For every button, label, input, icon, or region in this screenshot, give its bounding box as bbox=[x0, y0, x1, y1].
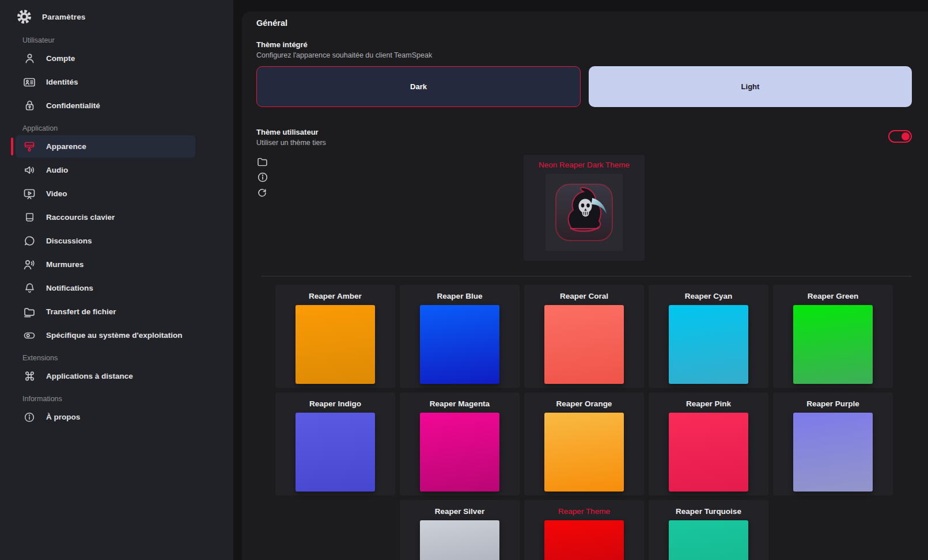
lock-icon bbox=[22, 98, 37, 113]
sidebar-section-label: Application bbox=[22, 124, 233, 132]
theme-actions bbox=[252, 156, 268, 199]
sidebar-item-label: Audio bbox=[46, 166, 68, 174]
sidebar-item-confidentialite[interactable]: Confidentialité bbox=[16, 94, 195, 117]
builtin-theme-subtitle: Configurez l'apparence souhaitée du clie… bbox=[256, 51, 912, 59]
light-theme-option[interactable]: Light bbox=[589, 66, 912, 107]
sidebar-item-raccourcis-clavier[interactable]: Raccourcis clavier bbox=[16, 206, 195, 228]
theme-card-reaper-theme[interactable]: Reaper Theme bbox=[524, 500, 644, 560]
theme-card-reaper-coral[interactable]: Reaper Coral bbox=[524, 285, 644, 388]
speaker-icon bbox=[22, 163, 37, 178]
theme-card-reaper-cyan[interactable]: Reaper Cyan bbox=[649, 285, 768, 388]
theme-swatch bbox=[420, 305, 499, 384]
theme-swatch bbox=[420, 520, 499, 560]
sidebar-item-audio[interactable]: Audio bbox=[16, 159, 195, 181]
sidebar-item-label: Apparence bbox=[46, 142, 86, 151]
appearance-panel: Général Thème intégré Configurez l'appar… bbox=[242, 12, 928, 560]
theme-name: Reaper Coral bbox=[560, 292, 608, 300]
sidebar-header: Paramètres bbox=[0, 0, 233, 29]
user-theme-toggle[interactable] bbox=[888, 130, 912, 143]
theme-name: Reaper Indigo bbox=[309, 399, 361, 408]
sidebar-item-murmures[interactable]: Murmures bbox=[16, 253, 195, 276]
info-circle-icon bbox=[22, 410, 37, 425]
theme-swatch bbox=[544, 413, 624, 492]
theme-swatch bbox=[669, 305, 748, 384]
theme-name: Reaper Green bbox=[808, 292, 859, 300]
user-theme-texts: Thème utilisateur Utiliser un thème tier… bbox=[256, 128, 326, 147]
sidebar-item-label: Compte bbox=[46, 54, 75, 63]
sidebar-item-label: Applications à distance bbox=[46, 372, 133, 380]
sidebar-item-identites[interactable]: Identités bbox=[16, 71, 195, 93]
active-theme-preview bbox=[546, 174, 623, 251]
sidebar-item-apparence[interactable]: Apparence bbox=[16, 135, 195, 158]
theme-name: Reaper Pink bbox=[686, 399, 731, 408]
theme-card-reaper-purple[interactable]: Reaper Purple bbox=[773, 393, 893, 496]
theme-name: Reaper Magenta bbox=[430, 399, 490, 408]
section-divider bbox=[261, 276, 912, 277]
sidebar-item-label: Notifications bbox=[46, 284, 93, 292]
user-theme-section: Thème utilisateur Utiliser un thème tier… bbox=[256, 128, 912, 147]
reaper-icon bbox=[554, 182, 614, 242]
sidebar-item-label: Raccourcis clavier bbox=[46, 213, 115, 222]
sidebar-item-label: Discussions bbox=[46, 237, 92, 245]
theme-swatch bbox=[544, 520, 624, 560]
refresh-action-button[interactable] bbox=[252, 187, 268, 199]
command-icon bbox=[22, 369, 37, 384]
theme-card-reaper-pink[interactable]: Reaper Pink bbox=[649, 393, 768, 496]
sidebar-item-specifique-au-systeme-dexploitation[interactable]: Spécifique au système d'exploitation bbox=[16, 324, 195, 346]
sidebar-item-notifications[interactable]: Notifications bbox=[16, 277, 195, 299]
gear-icon bbox=[16, 8, 33, 25]
folder-underline-icon bbox=[22, 304, 37, 319]
theme-swatch bbox=[793, 305, 873, 384]
sidebar-item-a-propos[interactable]: À propos bbox=[16, 406, 195, 428]
theme-swatch bbox=[296, 413, 375, 492]
theme-card-reaper-silver[interactable]: Reaper Silver bbox=[400, 500, 520, 560]
page-title: Général bbox=[256, 18, 912, 28]
builtin-theme-options: Dark Light bbox=[256, 66, 912, 107]
sidebar-item-label: À propos bbox=[46, 413, 80, 421]
settings-sidebar: Paramètres UtilisateurCompteIdentitésCon… bbox=[0, 0, 233, 560]
theme-card-reaper-indigo[interactable]: Reaper Indigo bbox=[275, 393, 395, 496]
theme-swatch bbox=[420, 413, 499, 492]
whisper-icon bbox=[22, 257, 37, 272]
toggle-knob bbox=[902, 132, 910, 140]
user-theme-title: Thème utilisateur bbox=[256, 128, 326, 136]
sidebar-nav: UtilisateurCompteIdentitésConfidentialit… bbox=[0, 36, 233, 428]
sidebar-item-label: Video bbox=[46, 189, 67, 198]
sidebar-item-video[interactable]: Video bbox=[16, 182, 195, 205]
theme-card-reaper-turquoise[interactable]: Reaper Turquoise bbox=[649, 500, 768, 560]
theme-card-reaper-orange[interactable]: Reaper Orange bbox=[524, 393, 644, 496]
info-circle-action-button[interactable] bbox=[252, 172, 268, 183]
theme-card-reaper-blue[interactable]: Reaper Blue bbox=[400, 285, 520, 388]
user-theme-subtitle: Utiliser un thème tiers bbox=[256, 139, 326, 147]
folder-action-button[interactable] bbox=[252, 156, 268, 167]
theme-card-reaper-amber[interactable]: Reaper Amber bbox=[275, 285, 395, 388]
theme-name: Reaper Purple bbox=[806, 399, 859, 408]
sidebar-section-label: Utilisateur bbox=[22, 36, 233, 44]
theme-card-reaper-green[interactable]: Reaper Green bbox=[773, 285, 893, 388]
theme-card-reaper-magenta[interactable]: Reaper Magenta bbox=[400, 393, 520, 496]
chat-bubble-icon bbox=[22, 234, 37, 249]
id-card-icon bbox=[22, 75, 37, 90]
refresh-icon bbox=[256, 187, 268, 199]
sidebar-item-compte[interactable]: Compte bbox=[16, 47, 195, 70]
theme-name: Reaper Turquoise bbox=[676, 507, 741, 516]
theme-swatch bbox=[296, 305, 375, 384]
sidebar-item-applications-a-distance[interactable]: Applications à distance bbox=[16, 365, 195, 387]
sidebar-item-label: Murmures bbox=[46, 260, 84, 269]
dark-theme-option[interactable]: Dark bbox=[256, 66, 581, 107]
theme-name: Reaper Cyan bbox=[685, 292, 733, 300]
theme-swatch bbox=[793, 413, 873, 492]
theme-name: Reaper Theme bbox=[558, 507, 610, 516]
sidebar-section-label: Extensions bbox=[22, 354, 233, 362]
sidebar-item-discussions[interactable]: Discussions bbox=[16, 230, 195, 252]
theme-name: Reaper Amber bbox=[309, 292, 362, 300]
info-circle-icon bbox=[256, 171, 269, 184]
builtin-theme-title: Thème intégré bbox=[256, 40, 912, 49]
theme-swatch bbox=[669, 413, 748, 492]
sidebar-item-transfert-de-fichier[interactable]: Transfert de fichier bbox=[16, 300, 195, 323]
settings-title: Paramètres bbox=[42, 13, 86, 21]
sidebar-item-label: Confidentialité bbox=[46, 101, 100, 110]
active-theme-card[interactable]: Neon Reaper Dark Theme bbox=[524, 155, 645, 261]
sidebar-section-label: Informations bbox=[22, 395, 233, 403]
theme-name: Reaper Silver bbox=[435, 507, 484, 516]
